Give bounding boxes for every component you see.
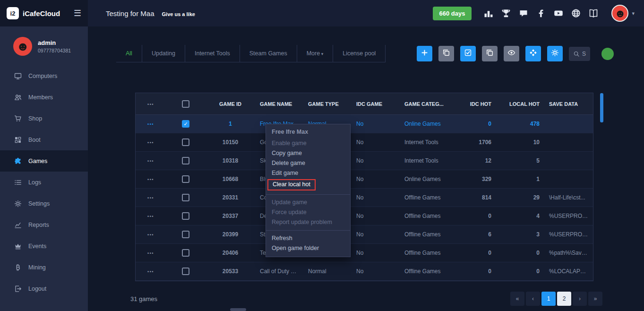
- table-row[interactable]: •••20331CoNoOffline Games81429\Half-Life…: [136, 189, 593, 207]
- table-row[interactable]: •••10668BluNoOnline Games3291: [136, 170, 593, 189]
- page-button-5[interactable]: »: [588, 292, 602, 306]
- user-avatar[interactable]: ☻: [13, 37, 32, 56]
- hamburger-menu-icon[interactable]: ☰: [74, 8, 81, 18]
- topbar-icons: [484, 9, 598, 18]
- game-id-cell: 20331: [206, 194, 255, 201]
- globe-icon[interactable]: [571, 9, 581, 18]
- game-tools-button[interactable]: [547, 46, 563, 61]
- row-select-cell: [166, 138, 206, 146]
- trophy-icon[interactable]: [501, 9, 511, 18]
- give-us-a-like-link[interactable]: Give us a like: [162, 11, 195, 17]
- header-actions-icon[interactable]: •••: [147, 102, 154, 107]
- ranking-icon[interactable]: [484, 9, 493, 18]
- facebook-icon[interactable]: [536, 9, 546, 18]
- game-category-cell: Internet Tools: [400, 139, 464, 146]
- save-data-cell: %LOCALAPPDA...: [544, 268, 593, 275]
- table-row[interactable]: •••✓1Free Ifre MaxNormalNoOnline Games04…: [136, 115, 593, 133]
- sidebar-item-events[interactable]: Events: [0, 235, 88, 257]
- row-checkbox[interactable]: [182, 249, 189, 257]
- horizontal-scrollbar-thumb[interactable]: [230, 308, 246, 311]
- tab-internet-tools[interactable]: Internet Tools: [185, 45, 240, 62]
- clone-game-button[interactable]: [482, 46, 498, 61]
- book-icon[interactable]: [589, 9, 598, 18]
- row-menu-icon[interactable]: •••: [147, 269, 154, 274]
- language-button[interactable]: [601, 48, 614, 60]
- page-button-0[interactable]: «: [510, 292, 524, 306]
- manage-categories-button[interactable]: [525, 46, 541, 61]
- table-row[interactable]: •••20337DeNoOffline Games04%USERPROFILE.…: [136, 207, 593, 225]
- sidebar-item-members[interactable]: Members: [0, 86, 88, 108]
- row-menu-icon[interactable]: •••: [147, 196, 154, 200]
- visibility-button[interactable]: [504, 46, 519, 61]
- menu-item-copy-game[interactable]: Copy game: [266, 148, 350, 158]
- menu-item-delete-game[interactable]: Delete game: [266, 158, 350, 168]
- game-category-cell: Offline Games: [400, 231, 464, 238]
- sidebar-item-games[interactable]: Games: [0, 150, 88, 172]
- idc-hot-cell: 6: [464, 231, 496, 238]
- search-input[interactable]: S: [569, 47, 590, 61]
- sidebar-item-settings[interactable]: Settings: [0, 193, 88, 214]
- table-row[interactable]: •••10318SkyNoInternet Tools125: [136, 152, 593, 170]
- table-row[interactable]: •••20406Teenage Mut...NormalNoOffline Ga…: [136, 244, 593, 262]
- tab-steam-games[interactable]: Steam Games: [240, 45, 297, 62]
- table-scrollbar[interactable]: [600, 93, 603, 280]
- tab-license-pool[interactable]: License pool: [333, 45, 386, 62]
- add-game-button[interactable]: [417, 46, 432, 61]
- row-menu-icon[interactable]: •••: [147, 233, 154, 237]
- menu-item-open-game-folder[interactable]: Open game folder: [266, 243, 350, 253]
- menu-item-edit-game[interactable]: Edit game: [266, 168, 350, 178]
- chevron-down-icon[interactable]: ▾: [632, 10, 635, 17]
- row-checkbox[interactable]: [182, 212, 189, 220]
- sidebar-item-logs[interactable]: Logs: [0, 172, 88, 193]
- local-hot-cell: 10: [496, 139, 544, 146]
- scrollbar-thumb[interactable]: [600, 93, 603, 122]
- row-checkbox[interactable]: [182, 138, 189, 146]
- page-button-2[interactable]: 1: [541, 292, 556, 306]
- row-checkbox[interactable]: [182, 268, 189, 275]
- page-button-1[interactable]: ‹: [526, 292, 540, 306]
- discord-icon[interactable]: [519, 9, 528, 18]
- table-row[interactable]: •••20533Call of Duty 5 ...NormalNoOfflin…: [136, 262, 593, 281]
- copy-game-button[interactable]: [438, 46, 454, 61]
- page-button-3[interactable]: 2: [557, 292, 571, 306]
- row-menu-icon[interactable]: •••: [147, 214, 154, 219]
- row-menu-icon[interactable]: •••: [147, 159, 154, 164]
- sidebar-item-reports[interactable]: Reports: [0, 214, 88, 235]
- subscription-days-badge[interactable]: 660 days: [433, 7, 472, 20]
- select-all-checkbox[interactable]: [182, 100, 189, 108]
- sidebar-item-shop[interactable]: Shop: [0, 108, 88, 129]
- tab-more[interactable]: More ▾: [297, 45, 334, 62]
- tab-updating[interactable]: Updating: [142, 45, 185, 62]
- row-menu-icon[interactable]: •••: [147, 122, 154, 127]
- tab-all[interactable]: All: [116, 45, 142, 62]
- row-menu-icon[interactable]: •••: [147, 140, 154, 145]
- game-category-cell: Offline Games: [400, 213, 464, 219]
- row-menu-icon[interactable]: •••: [147, 251, 154, 256]
- menu-item-refresh[interactable]: Refresh: [266, 233, 350, 243]
- row-checkbox[interactable]: [182, 157, 189, 164]
- user-avatar-topbar[interactable]: ☻: [611, 5, 628, 22]
- menu-item-clear-local-hot[interactable]: Clear local hot: [266, 178, 350, 191]
- page-button-4[interactable]: ›: [573, 292, 587, 306]
- bitcoin-icon: [14, 264, 22, 271]
- sidebar-item-computers[interactable]: Computers: [0, 65, 88, 86]
- sidebar-item-mining[interactable]: Mining: [0, 257, 88, 278]
- menu-separator: [266, 194, 350, 195]
- local-hot-cell: 5: [496, 157, 544, 164]
- local-hot-cell: 29: [496, 194, 544, 201]
- batch-select-button[interactable]: [460, 46, 476, 61]
- row-checkbox[interactable]: [182, 231, 189, 238]
- row-menu-icon[interactable]: •••: [147, 177, 154, 182]
- game-category-cell: Offline Games: [400, 268, 464, 275]
- local-hot-cell: 4: [496, 213, 544, 219]
- sidebar-item-label: Games: [28, 158, 47, 164]
- sidebar-item-boot[interactable]: Boot: [0, 129, 88, 150]
- sidebar-item-logout[interactable]: Logout: [0, 278, 88, 299]
- table-row[interactable]: •••20399StrNoOffline Games63%USERPROFILE…: [136, 225, 593, 244]
- table-row[interactable]: •••10150GoNoInternet Tools170610: [136, 133, 593, 152]
- row-checkbox[interactable]: ✓: [182, 120, 189, 128]
- cafe-title: Testing for Maa: [106, 9, 155, 17]
- row-checkbox[interactable]: [182, 194, 189, 201]
- row-checkbox[interactable]: [182, 175, 189, 183]
- youtube-icon[interactable]: [554, 9, 563, 18]
